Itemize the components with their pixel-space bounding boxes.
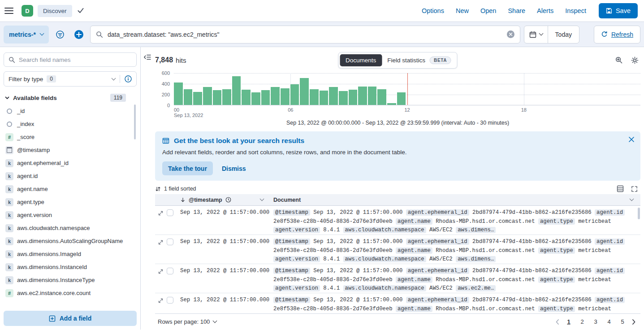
histogram-bar[interactable] [310,89,319,105]
chart-options [615,56,639,64]
field-item-_id[interactable]: _id [4,104,130,117]
histogram-bar[interactable] [290,84,299,105]
document-column-header[interactable]: Document [273,197,640,203]
data-view-selector[interactable]: metrics-* [4,26,49,43]
histogram-bar[interactable] [300,78,309,105]
expand-document-icon[interactable] [158,239,164,245]
histogram-bar[interactable] [193,92,202,105]
add-field-button[interactable]: Add a field [4,311,137,326]
header-link-inspect[interactable]: Inspect [565,7,586,14]
save-button[interactable]: Save [599,3,638,18]
table-scrollbar[interactable] [638,208,640,219]
field-name: agent.name [17,186,48,192]
histogram-bar[interactable] [329,87,338,105]
tab-documents[interactable]: Documents [340,54,382,66]
histogram-bar[interactable] [232,76,241,105]
dismiss-button[interactable]: Dismiss [222,165,246,172]
histogram-bar[interactable] [271,87,280,105]
header-link-open[interactable]: Open [480,7,496,14]
breadcrumb-discover[interactable]: Discover [38,5,72,17]
inspect-icon[interactable] [615,56,623,64]
tab-field-statistics[interactable]: Field statistics BETA [383,54,456,67]
histogram-bar[interactable] [368,87,377,105]
histogram-bar[interactable] [261,90,270,105]
page-button-3[interactable]: 3 [591,317,601,326]
header-link-alerts[interactable]: Alerts [537,7,553,14]
field-item-agent.ephemeral_id[interactable]: kagent.ephemeral_id [4,156,130,169]
add-filter-button[interactable] [71,26,86,43]
table-row: Sep 13, 2022 @ 11:57:00.000@timestamp Se… [155,264,640,293]
info-icon[interactable] [125,75,132,82]
histogram-bar[interactable] [184,89,193,105]
field-item-agent.version[interactable]: kagent.version [4,208,130,221]
gear-icon[interactable] [631,56,639,64]
field-item-@timestamp[interactable]: @timestamp [4,143,130,156]
field-sorted-button[interactable]: 1 field sorted [164,186,196,192]
previous-page-button[interactable] [553,319,561,325]
page-button-4[interactable]: 4 [604,317,614,326]
row-checkbox[interactable] [167,297,173,304]
histogram-bar[interactable] [203,87,212,105]
field-item-agent.type[interactable]: kagent.type [4,195,130,208]
row-checkbox[interactable] [167,239,173,245]
histogram-bar[interactable] [349,90,358,105]
histogram-bar[interactable] [174,82,183,105]
display-options-icon[interactable] [617,185,624,192]
date-picker-calendar-button[interactable] [524,26,548,43]
timestamp-column-header[interactable]: @timestamp [180,197,273,203]
histogram-bar[interactable] [222,89,231,105]
refresh-button[interactable]: Refresh [594,26,640,43]
histogram-bar[interactable] [339,91,348,105]
header-link-share[interactable]: Share [508,7,525,14]
collapse-sidebar-icon[interactable] [143,53,151,61]
available-fields-section-toggle[interactable]: Available fields 119 [4,94,137,102]
rows-per-page-button[interactable]: Rows per page: 100 [158,318,216,325]
field-item-agent.id[interactable]: kagent.id [4,169,130,182]
field-item-aws.ec2.instance.core.count[interactable]: #aws.ec2.instance.core.count [4,287,130,300]
menu-hamburger-icon[interactable] [4,7,13,14]
field-item-_index[interactable]: _index [4,117,130,130]
check-icon[interactable] [78,8,84,13]
field-item-aws.dimensions.InstanceId[interactable]: kaws.dimensions.InstanceId [4,261,130,274]
time-range-today-button[interactable]: Today [548,26,579,43]
page-button-2[interactable]: 2 [577,317,587,326]
page-button-1[interactable]: 1 [564,317,574,326]
histogram-bar[interactable] [281,88,290,105]
field-item-agent.name[interactable]: kagent.name [4,182,130,195]
header-link-new[interactable]: New [456,7,469,14]
page-button-5[interactable]: 5 [618,317,627,326]
expand-document-icon[interactable] [158,269,164,274]
field-item-aws.dimensions.InstanceType[interactable]: kaws.dimensions.InstanceType [4,274,130,287]
histogram-bar[interactable] [213,90,222,105]
saved-query-menu-icon[interactable] [52,26,68,43]
sidebar-scrollbar[interactable] [134,104,136,139]
histogram-bar[interactable] [397,92,406,105]
header-link-options[interactable]: Options [422,7,444,14]
close-icon[interactable] [629,137,634,142]
field-item-_score[interactable]: #_score [4,130,130,143]
field-item-aws.cloudwatch.namespace[interactable]: kaws.cloudwatch.namespace [4,221,130,234]
expand-document-icon[interactable] [158,210,164,216]
histogram-bar[interactable] [387,103,396,105]
expand-document-icon[interactable] [158,298,164,304]
space-avatar[interactable]: D [22,5,33,17]
doc-field-name-badge: agent.ephemeral_id [406,209,469,216]
histogram-bar[interactable] [377,89,386,105]
field-item-aws.dimensions.ImageId[interactable]: kaws.dimensions.ImageId [4,248,130,261]
filter-by-type-dropdown[interactable]: Filter by type 0 [4,71,137,87]
row-document: @timestamp Sep 13, 2022 @ 11:57:00.000 a… [273,296,640,313]
timestamp-column-label: @timestamp [189,197,222,203]
row-checkbox[interactable] [167,268,173,274]
next-page-button[interactable] [630,319,638,325]
histogram-bar[interactable] [242,90,251,105]
histogram-bar[interactable] [320,91,328,105]
histogram-bar[interactable] [251,92,260,105]
field-search-input[interactable] [19,56,132,63]
clear-query-icon[interactable] [507,30,514,38]
histogram-bar[interactable] [358,87,367,105]
row-checkbox[interactable] [167,209,173,216]
query-input[interactable] [108,31,502,38]
fullscreen-icon[interactable] [631,185,638,192]
field-item-aws.dimensions.AutoScalingGroupName[interactable]: kaws.dimensions.AutoScalingGroupName [4,234,130,248]
take-the-tour-button[interactable]: Take the tour [162,161,213,175]
